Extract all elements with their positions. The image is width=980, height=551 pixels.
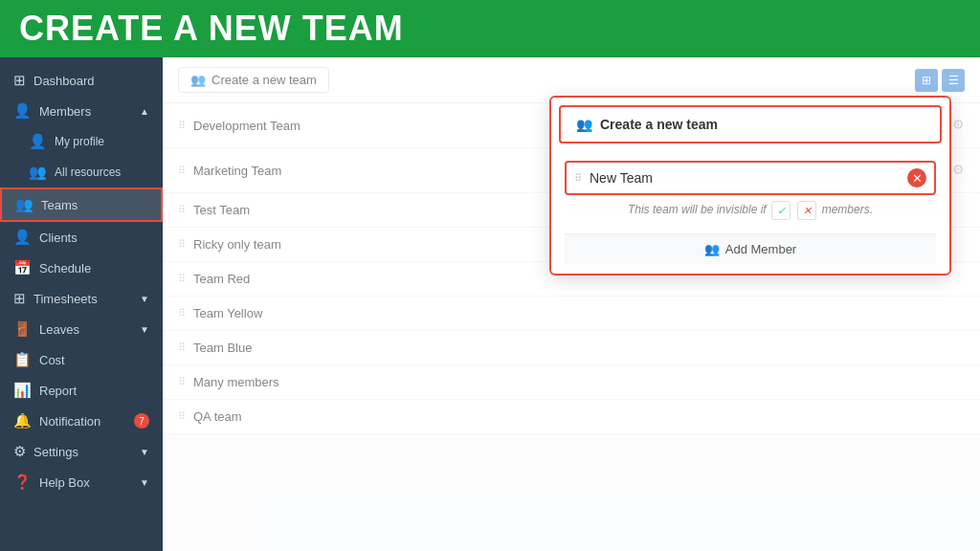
- sidebar-item-dashboard[interactable]: ⊞ Dashboard: [0, 65, 163, 96]
- clients-icon: 👤: [13, 229, 32, 246]
- sidebar-label-timesheets: Timesheets: [33, 292, 132, 306]
- banner-title: CREATE A NEW TEAM: [19, 9, 404, 49]
- sidebar-item-teams[interactable]: 👥 Teams ↑: [0, 187, 163, 222]
- dashboard-icon: ⊞: [13, 72, 26, 89]
- sidebar-label-dashboard: Dashboard: [33, 74, 149, 88]
- modal-body: ⠿ ✕ This team will be invisible if ✓ ✕ m…: [551, 151, 949, 274]
- sidebar-label-my-profile: My profile: [55, 135, 149, 148]
- new-team-close-button[interactable]: ✕: [907, 168, 926, 187]
- invisible-message: This team will be invisible if ✓ ✕ membe…: [628, 201, 873, 220]
- sidebar-label-clients: Clients: [39, 231, 149, 245]
- modal-header-icon: 👥: [576, 117, 592, 132]
- sidebar-label-all-resources: All resources: [55, 165, 149, 179]
- add-member-modal-button[interactable]: 👥 Add Member: [565, 233, 936, 264]
- notification-icon: 🔔: [13, 412, 32, 430]
- sidebar-item-my-profile[interactable]: 👤 My profile: [0, 126, 163, 157]
- chevron-timesheets-icon: ▼: [140, 294, 149, 304]
- sidebar-item-cost[interactable]: 📋 Cost: [0, 344, 163, 375]
- new-team-drag-icon: ⠿: [574, 172, 582, 185]
- chevron-settings-icon: ▼: [140, 447, 149, 457]
- notification-badge: 7: [134, 413, 149, 429]
- create-team-modal: 👥 Create a new team ⠿ ✕ This team will b…: [549, 96, 951, 276]
- sidebar-item-schedule[interactable]: 📅 Schedule: [0, 253, 163, 283]
- sidebar-item-clients[interactable]: 👤 Clients: [0, 222, 163, 253]
- add-member-label: Add Member: [725, 242, 796, 256]
- schedule-icon: 📅: [13, 259, 32, 276]
- sidebar-item-leaves[interactable]: 🚪 Leaves ▼: [0, 314, 163, 344]
- modal-overlay: 👥 Create a new team ⠿ ✕ This team will b…: [163, 57, 980, 551]
- settings-icon: ⚙: [13, 443, 26, 460]
- sidebar-item-all-resources[interactable]: 👥 All resources: [0, 157, 163, 187]
- sidebar-item-settings[interactable]: ⚙ Settings ▼: [0, 436, 163, 467]
- chevron-leaves-icon: ▼: [140, 324, 149, 335]
- report-icon: 📊: [13, 382, 32, 399]
- resources-icon: 👥: [29, 164, 47, 181]
- leaves-icon: 🚪: [13, 320, 32, 338]
- sidebar-label-settings: Settings: [33, 445, 132, 459]
- teams-icon: 👥: [15, 196, 33, 213]
- sidebar-item-members[interactable]: 👤 Members ▲: [0, 96, 163, 126]
- modal-header: 👥 Create a new team: [559, 105, 942, 143]
- banner: CREATE A NEW TEAM: [0, 0, 980, 57]
- chevron-help-icon: ▼: [140, 477, 149, 488]
- sidebar-label-help-box: Help Box: [39, 475, 132, 490]
- add-member-icon: 👥: [704, 242, 720, 256]
- sidebar: ⊞ Dashboard 👤 Members ▲ 👤 My profile 👥 A…: [0, 57, 163, 551]
- app-layout: ⊞ Dashboard 👤 Members ▲ 👤 My profile 👥 A…: [0, 57, 980, 551]
- sidebar-item-help-box[interactable]: ❓ Help Box ▼: [0, 467, 163, 497]
- sidebar-label-members: Members: [39, 104, 132, 119]
- confirm-x-button[interactable]: ✕: [797, 201, 816, 220]
- sidebar-item-report[interactable]: 📊 Report: [0, 375, 163, 406]
- sidebar-label-schedule: Schedule: [39, 261, 149, 276]
- modal-header-label: Create a new team: [600, 117, 718, 132]
- timesheets-icon: ⊞: [13, 290, 26, 307]
- cost-icon: 📋: [13, 351, 32, 368]
- sidebar-label-teams: Teams: [41, 198, 147, 212]
- profile-icon: 👤: [29, 133, 47, 150]
- sidebar-label-cost: Cost: [39, 353, 149, 367]
- help-icon: ❓: [13, 474, 32, 491]
- main-content: 👥 Create a new team ⊞ ☰ ⠿ Development Te…: [163, 57, 980, 551]
- chevron-down-icon: ▲: [140, 106, 149, 117]
- sidebar-label-leaves: Leaves: [39, 322, 132, 337]
- members-icon: 👤: [13, 102, 32, 120]
- new-team-input-row: ⠿ ✕: [565, 161, 936, 195]
- sidebar-item-timesheets[interactable]: ⊞ Timesheets ▼: [0, 283, 163, 314]
- sidebar-label-notification: Notification: [39, 414, 126, 429]
- confirm-check-button[interactable]: ✓: [771, 201, 791, 220]
- new-team-name-input[interactable]: [590, 170, 900, 186]
- sidebar-item-notification[interactable]: 🔔 Notification 7: [0, 406, 163, 436]
- sidebar-label-report: Report: [39, 384, 149, 398]
